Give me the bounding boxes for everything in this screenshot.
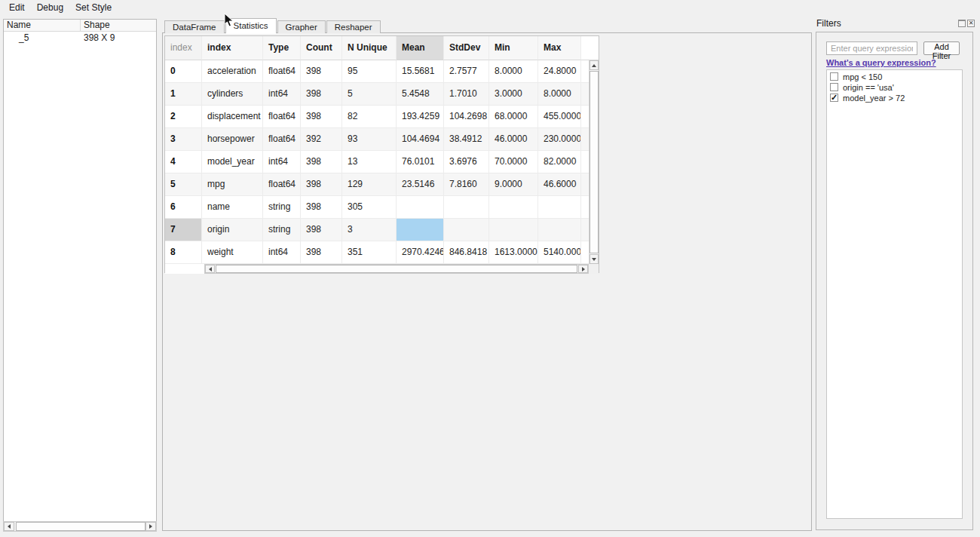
stats-cell[interactable]: 8.0000 [489,60,538,83]
stats-cell[interactable]: 1613.0000 [489,241,538,264]
stats-cell[interactable]: displacement [202,106,263,128]
stats-cell[interactable]: 70.0000 [489,151,538,173]
stats-cell[interactable]: 5.4548 [397,83,444,106]
dock-float-icon[interactable] [958,20,966,27]
stats-cell[interactable]: 104.4694 [397,128,444,151]
scrollbar-thumb[interactable] [16,522,145,531]
tab-reshaper[interactable]: Reshaper [326,20,381,33]
filter-checkbox[interactable] [830,94,838,102]
stats-cell[interactable] [444,196,489,219]
scroll-right-button[interactable] [145,522,156,531]
stats-column-header[interactable]: Type [263,36,301,60]
stats-cell[interactable] [444,219,489,241]
stats-cell[interactable]: weight [202,241,263,264]
stats-cell[interactable]: 398 [301,173,342,196]
stats-cell[interactable]: 7.8160 [444,173,489,196]
stats-cell[interactable]: 398 [301,106,342,128]
stats-cell[interactable]: origin [202,219,263,241]
stats-cell[interactable]: 46.0000 [489,128,538,151]
stats-cell[interactable]: 38.4912 [444,128,489,151]
stats-cell[interactable]: 76.0101 [397,151,444,173]
stats-cell[interactable]: 392 [301,128,342,151]
stats-cell[interactable]: 15.5681 [397,60,444,83]
query-expression-help-link[interactable]: What's a query expression? [826,58,936,67]
stats-cell[interactable]: 455.0000 [538,106,581,128]
stats-cell[interactable]: 104.2698 [444,106,489,128]
stats-corner-header[interactable]: index [165,36,202,60]
stats-cell[interactable]: string [263,196,301,219]
stats-column-header[interactable]: Count [301,36,342,60]
stats-cell[interactable]: 398 [301,151,342,173]
query-expression-input[interactable] [826,41,917,55]
stats-cell[interactable]: int64 [263,241,301,264]
stats-cell[interactable]: 23.5146 [397,173,444,196]
stats-cell[interactable]: 82 [342,106,397,128]
stats-table-vscrollbar[interactable] [589,60,599,264]
stats-cell[interactable]: 5 [342,83,397,106]
scroll-right-button[interactable] [578,265,588,273]
stats-cell[interactable]: float64 [263,173,301,196]
stats-cell[interactable]: 3 [342,219,397,241]
stats-cell[interactable]: int64 [263,151,301,173]
filter-checkbox[interactable] [830,83,838,91]
scroll-left-button[interactable] [4,522,14,531]
stats-cell[interactable]: 24.8000 [538,60,581,83]
scrollbar-track[interactable] [590,70,599,254]
stats-cell[interactable]: 846.8418 [444,241,489,264]
dock-close-icon[interactable]: ✕ [967,20,975,27]
stats-cell[interactable]: 2.7577 [444,60,489,83]
stats-cell[interactable]: 398 [301,241,342,264]
stats-cell[interactable]: 8.0000 [538,83,581,106]
stats-cell[interactable]: 193.4259 [397,106,444,128]
stats-cell[interactable]: acceleration [202,60,263,83]
stats-row-header[interactable]: 1 [165,83,202,106]
stats-row-header[interactable]: 2 [165,106,202,128]
tab-dataframe[interactable]: DataFrame [164,20,225,33]
column-header-shape[interactable]: Shape [81,20,156,31]
stats-cell[interactable]: 351 [342,241,397,264]
stats-cell[interactable]: 230.0000 [538,128,581,151]
filter-item[interactable]: mpg < 150 [830,72,962,81]
filter-item[interactable]: origin == 'usa' [830,82,962,92]
stats-row-header[interactable]: 6 [165,196,202,219]
stats-cell[interactable] [397,196,444,219]
stats-cell[interactable]: 398 [301,60,342,83]
stats-cell[interactable]: 95 [342,60,397,83]
stats-cell[interactable]: cylinders [202,83,263,106]
stats-cell[interactable]: mpg [202,173,263,196]
stats-cell[interactable]: 68.0000 [489,106,538,128]
stats-cell[interactable]: 5140.0000 [538,241,581,264]
stats-column-header[interactable]: StdDev [444,36,489,60]
stats-cell[interactable]: string [263,219,301,241]
scroll-up-button[interactable] [590,60,599,70]
stats-cell[interactable]: 398 [301,83,342,106]
tab-grapher[interactable]: Grapher [277,20,326,33]
stats-cell[interactable]: 129 [342,173,397,196]
stats-column-header[interactable]: index [202,36,263,60]
stats-cell[interactable]: horsepower [202,128,263,151]
stats-cell[interactable]: 93 [342,128,397,151]
menu-debug[interactable]: Debug [31,2,69,14]
stats-row-header[interactable]: 3 [165,128,202,151]
stats-cell[interactable]: 82.0000 [538,151,581,173]
stats-cell[interactable]: 2970.4246 [397,241,444,264]
stats-column-header[interactable]: N Unique [342,36,397,60]
stats-row-header[interactable]: 7 [165,219,202,241]
stats-column-header[interactable]: Mean [397,36,444,60]
scrollbar-thumb[interactable] [590,71,599,253]
stats-cell[interactable] [538,219,581,241]
stats-row-header[interactable]: 8 [165,241,202,264]
stats-cell[interactable] [489,219,538,241]
scroll-down-button[interactable] [590,254,599,264]
stats-cell[interactable]: 3.6976 [444,151,489,173]
menu-set-style[interactable]: Set Style [69,2,118,14]
stats-table-hscrollbar[interactable] [204,264,589,274]
scroll-left-button[interactable] [205,265,215,273]
dataframe-name[interactable]: _5 [4,32,81,44]
filter-item[interactable]: model_year > 72 [830,93,962,103]
stats-cell[interactable]: model_year [202,151,263,173]
stats-cell[interactable]: 13 [342,151,397,173]
scrollbar-track[interactable] [14,522,145,531]
stats-cell[interactable]: name [202,196,263,219]
filter-checkbox[interactable] [830,72,838,81]
